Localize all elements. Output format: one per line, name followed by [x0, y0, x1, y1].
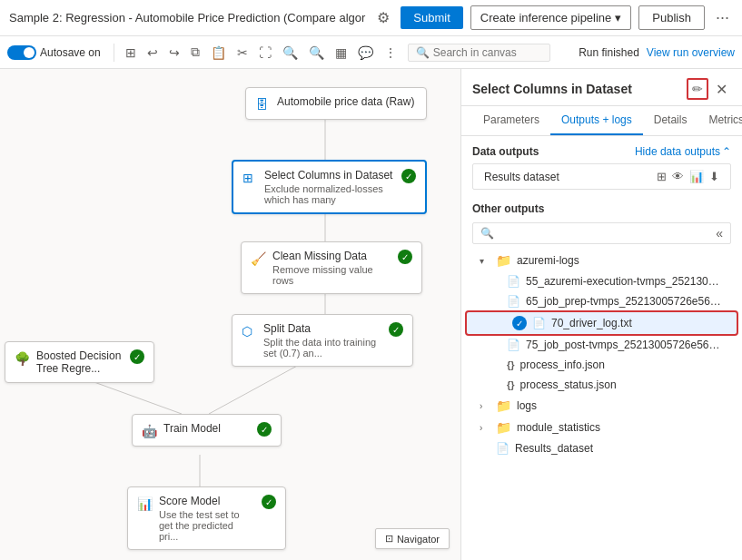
tree-item-azuremi-logs[interactable]: ▾ 📁 azuremi-logs	[461, 250, 742, 271]
node-title: Clean Missing Data	[272, 250, 391, 262]
tab-details[interactable]: Details	[643, 106, 698, 135]
panel-title: Select Columns in Dataset	[472, 82, 632, 96]
copy-button[interactable]: ⧉	[187, 43, 203, 62]
inference-pipeline-button[interactable]: Create inference pipeline ▾	[470, 5, 632, 30]
node-score-model[interactable]: 📊 Score Model Use the test set to get th…	[127, 486, 286, 550]
node-check-icon: ✓	[130, 349, 144, 364]
tree-item-65[interactable]: 📄 65_job_prep-tvmps_25213005726e56dba07a…	[461, 291, 742, 311]
file-icon: 📄	[507, 275, 520, 288]
autosave-switch[interactable]	[7, 45, 36, 60]
canvas-search-input[interactable]	[433, 46, 542, 59]
tree-label: 70_driver_log.txt	[551, 317, 632, 329]
score-icon: 📊	[137, 496, 152, 511]
tree-label: azuremi-logs	[517, 254, 579, 267]
table-icon[interactable]: ⊞	[657, 170, 667, 183]
tree-item-results-dataset[interactable]: 📄 Results_dataset	[461, 438, 742, 458]
selected-check-icon: ✓	[512, 316, 527, 330]
separator	[114, 44, 114, 62]
tab-outputs-logs[interactable]: Outputs + logs	[550, 106, 643, 135]
eye-icon[interactable]: 👁	[672, 170, 684, 183]
view-run-link[interactable]: View run overview	[647, 46, 735, 59]
node-check-icon: ✓	[401, 169, 416, 183]
node-clean-missing[interactable]: 🧹 Clean Missing Data Remove missing valu…	[241, 241, 422, 294]
tab-metrics[interactable]: Metrics	[697, 106, 742, 135]
train-icon: 🤖	[142, 424, 156, 438]
tree-item-75[interactable]: 📄 75_job_post-tvmps_25213005726e56dba07a…	[461, 335, 742, 355]
cut-button[interactable]: ✂	[233, 44, 252, 62]
node-check-icon: ✓	[398, 250, 412, 264]
download-icon[interactable]: ⬇	[709, 170, 719, 183]
more-options-button[interactable]: ···	[712, 6, 733, 29]
chevron-up-icon: ⌃	[722, 145, 731, 158]
redo-button[interactable]: ↪	[165, 44, 183, 62]
chart-icon[interactable]: 📊	[689, 170, 704, 183]
panel-tabs: Parameters Outputs + logs Details Metric…	[461, 106, 742, 136]
node-title: Score Model	[159, 495, 254, 507]
hide-data-outputs-link[interactable]: Hide data outputs ⌃	[635, 145, 731, 158]
tree-item-70-wrapper: ✓ 📄 70_driver_log.txt	[467, 312, 737, 334]
tree-label: 75_job_post-tvmps_25213005726e56dba07a1e…	[526, 339, 721, 351]
node-title: Automobile price data (Raw)	[277, 95, 414, 108]
node-content: Split Data Split the data into training …	[263, 322, 381, 359]
main-area: 🗄 Automobile price data (Raw) ⊞ Select C…	[0, 69, 742, 560]
grid-button[interactable]: ⊞	[122, 44, 140, 62]
tree-item-70[interactable]: ✓ 📄 70_driver_log.txt	[467, 312, 737, 334]
file-icon: 📄	[496, 442, 510, 455]
edit-button[interactable]: ✏	[687, 78, 708, 100]
clean-icon: 🧹	[251, 251, 265, 266]
zoom-out-button[interactable]: 🔍	[279, 44, 302, 62]
autosave-toggle[interactable]: Autosave on	[7, 45, 101, 60]
close-panel-button[interactable]: ✕	[712, 78, 731, 100]
node-automobile-price[interactable]: 🗄 Automobile price data (Raw)	[245, 87, 427, 120]
zoom-in-button[interactable]: 🔍	[305, 44, 328, 62]
paste-button[interactable]: 📋	[207, 44, 230, 62]
other-outputs-search-input[interactable]	[498, 227, 712, 240]
split-icon: ⬡	[242, 324, 256, 339]
node-content: Automobile price data (Raw)	[277, 95, 414, 108]
other-outputs-search[interactable]: 🔍 «	[472, 222, 731, 244]
submit-button[interactable]: Submit	[401, 6, 462, 29]
gear-button[interactable]: ⚙	[373, 7, 393, 28]
node-check-icon: ✓	[257, 422, 272, 437]
node-check-icon: ✓	[262, 495, 276, 509]
search-icon: 🔍	[480, 227, 494, 240]
node-train-model[interactable]: 🤖 Train Model ✓	[132, 414, 282, 447]
tree-item-module-statistics[interactable]: › 📁 module_statistics	[461, 417, 742, 438]
tree-item-55[interactable]: 📄 55_azuremi-execution-tvmps_25213005726…	[461, 271, 742, 291]
pipeline-canvas[interactable]: 🗄 Automobile price data (Raw) ⊞ Select C…	[0, 69, 460, 560]
layout-button[interactable]: ▦	[331, 44, 351, 62]
tree-label: module_statistics	[517, 421, 600, 434]
node-desc: Remove missing value rows	[272, 264, 391, 286]
collapse-button[interactable]: «	[716, 226, 723, 241]
tree-label: process_status.json	[520, 378, 617, 391]
tree-label: 65_job_prep-tvmps_25213005726e56dba07a1e…	[526, 295, 721, 308]
node-select-columns[interactable]: ⊞ Select Columns in Dataset Exclude norm…	[232, 160, 427, 214]
tree-label: Results_dataset	[515, 442, 593, 455]
zoom-fit-button[interactable]: ⛶	[255, 44, 275, 62]
node-content: Train Model	[163, 422, 250, 435]
tree-item-process-info[interactable]: {} process_info.json	[461, 355, 742, 375]
file-icon: 📄	[532, 317, 546, 329]
panel-header: Select Columns in Dataset ✏ ✕	[461, 69, 742, 106]
undo-button[interactable]: ↩	[143, 44, 162, 62]
tree-item-logs[interactable]: › 📁 logs	[461, 395, 742, 417]
node-boosted-tree[interactable]: 🌳 Boosted Decision Tree Regre... ✓	[5, 341, 154, 383]
data-outputs-section: Data outputs Hide data outputs ⌃	[461, 136, 742, 163]
other-outputs-header: Other outputs	[461, 197, 742, 219]
chevron-down-icon: ▾	[615, 11, 621, 25]
tab-parameters[interactable]: Parameters	[472, 106, 550, 135]
data-icon: 🗄	[255, 97, 270, 112]
results-dataset-label: Results dataset	[484, 171, 649, 183]
comment-button[interactable]: 💬	[354, 44, 377, 62]
file-icon: 📄	[507, 295, 520, 308]
canvas-search-box[interactable]: 🔍	[408, 44, 550, 62]
results-dataset-row[interactable]: Results dataset ⊞ 👁 📊 ⬇	[472, 163, 731, 190]
node-split-data[interactable]: ⬡ Split Data Split the data into trainin…	[232, 314, 413, 367]
json-icon: {}	[507, 379, 515, 390]
publish-button[interactable]: Publish	[638, 5, 705, 30]
extra-button[interactable]: ⋮	[381, 44, 401, 62]
node-desc: Exclude normalized-losses which has many	[264, 183, 394, 205]
navigator-button[interactable]: ⊡ Navigator	[375, 528, 450, 549]
page-title: Sample 2: Regression - Automobile Price …	[9, 11, 366, 25]
tree-item-process-status[interactable]: {} process_status.json	[461, 375, 742, 395]
